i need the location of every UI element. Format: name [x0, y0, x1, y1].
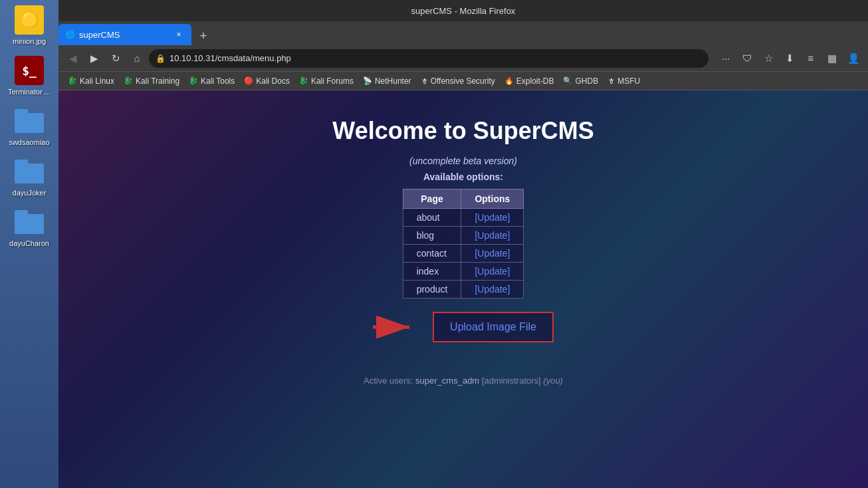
desktop-icon-folder2-label: dayuJoker	[13, 189, 47, 197]
nav-actions: ··· 🛡 ☆ ⬇ ≡ ▦ 👤	[716, 49, 863, 68]
address-lock-icon: 🔒	[156, 54, 165, 63]
exploit-db-icon: 🔥	[504, 76, 514, 85]
desktop-icon-folder2[interactable]: dayuJoker	[3, 157, 56, 197]
desktop-icon-folder3-label: dayuCharon	[9, 239, 49, 247]
bookmark-kali-docs-label: Kali Docs	[256, 76, 290, 86]
active-users-bar: Active users: super_cms_adm [administrat…	[364, 376, 563, 386]
active-users-you: (you)	[543, 376, 563, 386]
ghdb-icon: 🔍	[563, 76, 572, 85]
kali-docs-icon: 🔴	[244, 76, 253, 85]
account-button[interactable]: 👤	[844, 49, 863, 68]
title-bar-text: superCMS - Mozilla Firefox	[411, 6, 516, 16]
bookmark-msfu[interactable]: 🗡 MSFU	[603, 75, 644, 87]
update-link-blog[interactable]: [Update]	[475, 230, 510, 241]
table-cell-page: index	[403, 263, 461, 281]
active-users-name: super_cms_adm	[415, 376, 479, 386]
table-cell-option[interactable]: [Update]	[461, 227, 524, 245]
upload-image-button[interactable]: Upload Image File	[433, 312, 554, 342]
folder-icon-2	[15, 160, 44, 183]
bookmark-kali-training[interactable]: 🐉 Kali Training	[120, 75, 183, 87]
bookmark-star-button[interactable]: ☆	[759, 49, 778, 68]
table-row: index[Update]	[403, 263, 524, 281]
update-link-product[interactable]: [Update]	[475, 284, 510, 295]
reload-button[interactable]: ↻	[106, 49, 125, 68]
msfu-icon: 🗡	[607, 77, 615, 85]
folder-icon-1	[15, 109, 44, 133]
title-bar: superCMS - Mozilla Firefox	[58, 0, 868, 21]
tab-supercms[interactable]: 🌐 superCMS ×	[58, 24, 191, 45]
browser-window: superCMS - Mozilla Firefox 🌐 superCMS × …	[58, 0, 868, 488]
bookmarks-bar: 🐉 Kali Linux 🐉 Kali Training 🐉 Kali Tool…	[58, 72, 868, 90]
bookmark-exploit-db[interactable]: 🔥 Exploit-DB	[500, 75, 558, 87]
address-bar[interactable]: 🔒 10.10.10.31/cmsdata/menu.php	[149, 49, 708, 68]
address-text: 10.10.10.31/cmsdata/menu.php	[169, 53, 291, 63]
update-link-index[interactable]: [Update]	[475, 266, 510, 277]
table-row: contact[Update]	[403, 245, 524, 263]
bookmark-exploit-db-label: Exploit-DB	[516, 76, 554, 86]
home-button[interactable]: ⌂	[128, 49, 146, 68]
bookmark-kali-forums[interactable]: 🐉 Kali Forums	[295, 75, 358, 87]
cms-table: Page Options about[Update]blog[Update]co…	[403, 189, 524, 299]
tab-bar: 🌐 superCMS × +	[58, 21, 868, 45]
bookmark-kali-tools[interactable]: 🐉 Kali Tools	[185, 75, 239, 87]
desktop-icon-minion-label: minion.jpg	[13, 37, 46, 45]
bookmark-offensive-security[interactable]: 🗡 Offensive Security	[417, 75, 499, 87]
download-button[interactable]: ⬇	[780, 49, 799, 68]
desktop-icon-folder1[interactable]: swdsaomiao	[3, 106, 56, 146]
bookmark-nethunter[interactable]: 📡 NetHunter	[359, 75, 415, 87]
desktop-icon-minion[interactable]: 🟡 minion.jpg	[3, 5, 56, 45]
browser-content: Welcome to SuperCMS (uncomplete beta ver…	[58, 90, 868, 488]
kali-training-icon: 🐉	[124, 76, 133, 85]
table-row: product[Update]	[403, 281, 524, 299]
new-tab-button[interactable]: +	[194, 27, 213, 45]
update-link-about[interactable]: [Update]	[475, 212, 510, 223]
pocket-button[interactable]: 🛡	[738, 49, 756, 68]
table-cell-option[interactable]: [Update]	[461, 245, 524, 263]
desktop-icon-terminator-label: Terminator ...	[8, 88, 51, 96]
desktop-sidebar: 🟡 minion.jpg $_ Terminator ... swdsaomia…	[0, 0, 58, 488]
kali-linux-icon: 🐉	[68, 76, 77, 85]
table-row: blog[Update]	[403, 227, 524, 245]
terminal-icon: $_	[15, 56, 44, 85]
bookmark-kali-training-label: Kali Training	[136, 76, 179, 86]
desktop-icon-folder1-label: swdsaomiao	[9, 138, 49, 146]
arrow-icon	[373, 314, 419, 340]
bookmark-nethunter-label: NetHunter	[375, 76, 411, 86]
table-cell-option[interactable]: [Update]	[461, 263, 524, 281]
update-link-contact[interactable]: [Update]	[475, 248, 510, 259]
bookmark-kali-linux-label: Kali Linux	[80, 76, 114, 86]
forward-button[interactable]: ▶	[85, 49, 104, 68]
tab-close-button[interactable]: ×	[173, 29, 185, 41]
kali-tools-icon: 🐉	[189, 76, 198, 85]
desktop-icon-terminator[interactable]: $_ Terminator ...	[3, 56, 56, 96]
upload-area: Upload Image File	[373, 312, 554, 342]
back-button[interactable]: ◀	[64, 49, 82, 68]
table-row: about[Update]	[403, 209, 524, 227]
available-options-label: Available options:	[423, 172, 503, 182]
kali-forums-icon: 🐉	[299, 76, 308, 85]
layout-button[interactable]: ▦	[823, 49, 841, 68]
table-cell-page: contact	[403, 245, 461, 263]
table-cell-page: blog	[403, 227, 461, 245]
tab-label: superCMS	[79, 30, 120, 40]
table-cell-option[interactable]: [Update]	[461, 281, 524, 299]
page-subtitle: (uncomplete beta version)	[409, 156, 517, 166]
bookmark-ghdb-label: GHDB	[575, 76, 598, 86]
active-users-role: [administrators]	[482, 376, 541, 386]
table-cell-page: product	[403, 281, 461, 299]
col-options-header: Options	[461, 189, 524, 209]
bookmark-kali-docs[interactable]: 🔴 Kali Docs	[240, 75, 294, 87]
offensive-security-icon: 🗡	[421, 77, 428, 85]
bookmark-kali-linux[interactable]: 🐉 Kali Linux	[64, 75, 118, 87]
more-button[interactable]: ···	[716, 49, 735, 68]
bookmark-offensive-security-label: Offensive Security	[431, 76, 495, 86]
tab-favicon: 🌐	[65, 30, 75, 39]
bookmark-msfu-label: MSFU	[617, 76, 640, 86]
active-users-label: Active users:	[364, 376, 413, 386]
bookmark-ghdb[interactable]: 🔍 GHDB	[559, 75, 602, 87]
col-page-header: Page	[403, 189, 461, 209]
desktop-icon-folder3[interactable]: dayuCharon	[3, 207, 56, 247]
table-cell-option[interactable]: [Update]	[461, 209, 524, 227]
page-title: Welcome to SuperCMS	[332, 117, 594, 145]
library-button[interactable]: ≡	[802, 49, 820, 68]
